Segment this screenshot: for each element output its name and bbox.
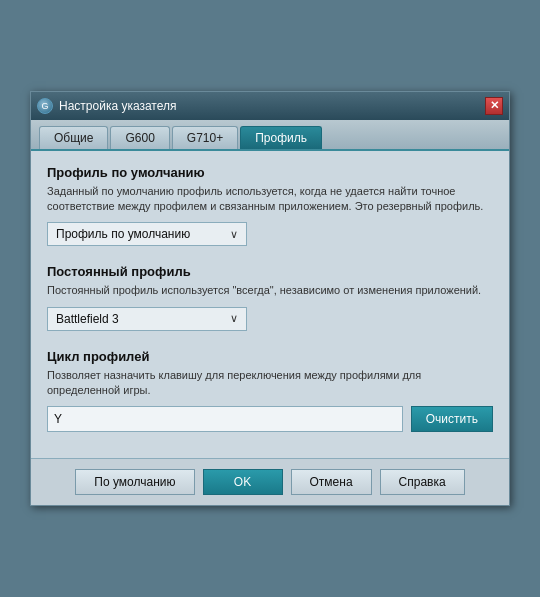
cycle-profiles-section: Цикл профилей Позволяет назначить клавиш… [47,349,493,433]
cancel-button[interactable]: Отмена [291,469,372,495]
default-profile-desc: Заданный по умолчанию профиль использует… [47,184,493,215]
default-profile-dropdown-arrow: ∨ [230,228,238,241]
app-icon: G [37,98,53,114]
close-button[interactable]: ✕ [485,97,503,115]
tab-g600[interactable]: G600 [110,126,169,149]
footer: По умолчанию OK Отмена Справка [31,458,509,505]
persistent-profile-dropdown[interactable]: Battlefield 3 ∨ [47,307,247,331]
tab-profile[interactable]: Профиль [240,126,322,149]
help-button[interactable]: Справка [380,469,465,495]
content-area: Профиль по умолчанию Заданный по умолчан… [31,151,509,459]
default-button[interactable]: По умолчанию [75,469,194,495]
clear-button[interactable]: Очистить [411,406,493,432]
cycle-profiles-desc: Позволяет назначить клавишу для переключ… [47,368,493,399]
default-profile-title: Профиль по умолчанию [47,165,493,180]
cycle-input-row: Очистить [47,406,493,432]
default-profile-dropdown[interactable]: Профиль по умолчанию ∨ [47,222,247,246]
tab-g710plus[interactable]: G710+ [172,126,238,149]
cycle-key-input[interactable] [47,406,403,432]
tabs-bar: Общие G600 G710+ Профиль [31,120,509,151]
main-window: G Настройка указателя ✕ Общие G600 G710+… [30,91,510,507]
ok-button[interactable]: OK [203,469,283,495]
window-title: Настройка указателя [59,99,177,113]
persistent-profile-dropdown-arrow: ∨ [230,312,238,325]
default-profile-section: Профиль по умолчанию Заданный по умолчан… [47,165,493,247]
persistent-profile-desc: Постоянный профиль используется "всегда"… [47,283,493,298]
persistent-profile-dropdown-value: Battlefield 3 [56,312,119,326]
persistent-profile-title: Постоянный профиль [47,264,493,279]
default-profile-dropdown-value: Профиль по умолчанию [56,227,190,241]
titlebar: G Настройка указателя ✕ [31,92,509,120]
tab-general[interactable]: Общие [39,126,108,149]
persistent-profile-section: Постоянный профиль Постоянный профиль ис… [47,264,493,330]
titlebar-left: G Настройка указателя [37,98,177,114]
cycle-profiles-title: Цикл профилей [47,349,493,364]
